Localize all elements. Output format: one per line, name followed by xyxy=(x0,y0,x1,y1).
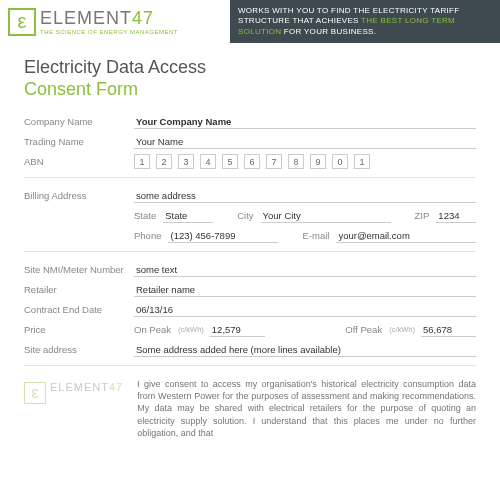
contract-end-input[interactable] xyxy=(134,303,476,317)
divider xyxy=(24,177,476,178)
page-title: Electricity Data Access xyxy=(24,57,476,78)
section-company: Company Name Trading Name ABN xyxy=(24,114,476,169)
header: ε ELEMENT47 THE SCIENCE OF ENERGY MANAGE… xyxy=(0,0,500,43)
billing-input[interactable] xyxy=(134,189,476,203)
email-input[interactable] xyxy=(336,229,476,243)
label-billing: Billing Address xyxy=(24,190,134,201)
page-subtitle: Consent Form xyxy=(24,79,476,100)
abn-digit[interactable] xyxy=(354,154,370,169)
off-peak-input[interactable] xyxy=(421,323,476,337)
phone-input[interactable] xyxy=(168,229,278,243)
abn-digit[interactable] xyxy=(244,154,260,169)
label-on-peak: On Peak xyxy=(134,324,171,335)
abn-digit[interactable] xyxy=(222,154,238,169)
city-input[interactable] xyxy=(261,209,391,223)
label-contract-end: Contract End Date xyxy=(24,304,134,315)
logo-word: ELEMENT47 xyxy=(40,9,178,27)
abn-digit[interactable] xyxy=(156,154,172,169)
consent-text: I give consent to access my organisation… xyxy=(137,378,476,439)
unit-on-peak: (c/kWh) xyxy=(178,325,204,334)
abn-digit[interactable] xyxy=(200,154,216,169)
on-peak-input[interactable] xyxy=(210,323,265,337)
trading-input[interactable] xyxy=(134,135,476,149)
promo-banner: WORKS WITH YOU TO FIND THE ELECTRICITY T… xyxy=(230,0,500,43)
abn-digit[interactable] xyxy=(310,154,326,169)
abn-digit[interactable] xyxy=(332,154,348,169)
label-zip: ZIP xyxy=(415,210,430,221)
logo: ε ELEMENT47 THE SCIENCE OF ENERGY MANAGE… xyxy=(0,0,230,43)
unit-off-peak: (c/kWh) xyxy=(389,325,415,334)
label-price: Price xyxy=(24,324,134,335)
consent-block: ε ELEMENT47 I give consent to access my … xyxy=(0,378,500,439)
label-site-address: Site address xyxy=(24,344,134,355)
label-retailer: Retailer xyxy=(24,284,134,295)
retailer-input[interactable] xyxy=(134,283,476,297)
company-input[interactable] xyxy=(134,115,476,129)
logo-mark-icon: ε xyxy=(8,8,36,36)
abn-digit[interactable] xyxy=(266,154,282,169)
site-address-input[interactable] xyxy=(134,343,476,357)
nmi-input[interactable] xyxy=(134,263,476,277)
label-city: City xyxy=(237,210,253,221)
zip-input[interactable] xyxy=(436,209,476,223)
divider xyxy=(24,365,476,366)
divider xyxy=(24,251,476,252)
label-state: State xyxy=(134,210,156,221)
abn-boxes xyxy=(134,154,370,169)
state-input[interactable] xyxy=(163,209,213,223)
abn-digit[interactable] xyxy=(178,154,194,169)
abn-digit[interactable] xyxy=(288,154,304,169)
label-nmi: Site NMI/Meter Number xyxy=(24,264,134,275)
label-phone: Phone xyxy=(134,230,161,241)
label-trading: Trading Name xyxy=(24,136,134,147)
logo-tagline: THE SCIENCE OF ENERGY MANAGEMENT xyxy=(40,29,178,35)
label-email: E-mail xyxy=(302,230,329,241)
label-company: Company Name xyxy=(24,116,134,127)
section-billing: Billing Address State City ZIP Phone xyxy=(24,188,476,243)
label-abn: ABN xyxy=(24,156,134,167)
section-site: Site NMI/Meter Number Retailer Contract … xyxy=(24,262,476,357)
consent-logo-watermark: ε ELEMENT47 xyxy=(24,378,123,439)
label-off-peak: Off Peak xyxy=(345,324,382,335)
abn-digit[interactable] xyxy=(134,154,150,169)
